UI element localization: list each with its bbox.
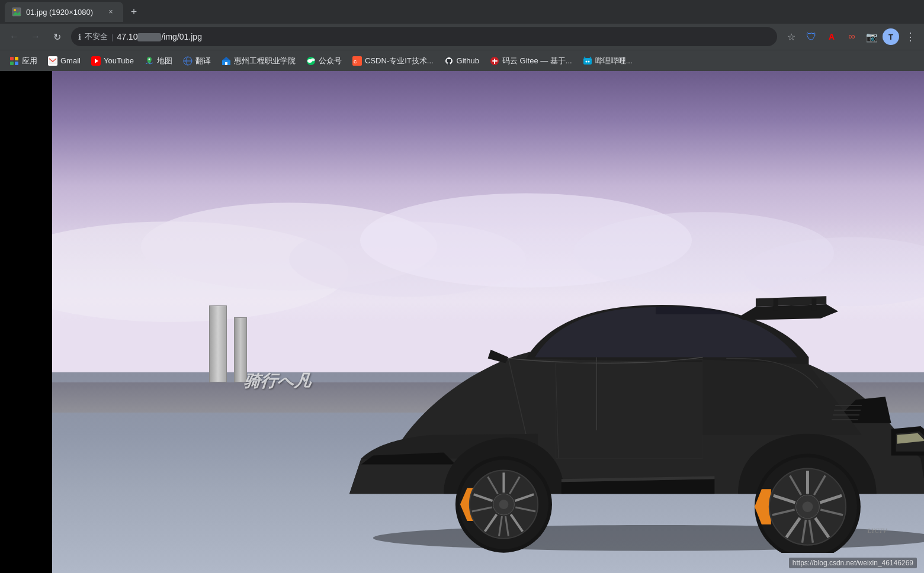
car-scene: 骑行へ凡: [52, 71, 924, 573]
menu-button[interactable]: ⋮: [900, 27, 919, 46]
bookmark-hzgc-label: 惠州工程职业学院: [234, 56, 296, 66]
svg-line-25: [584, 57, 585, 58]
svg-rect-4: [15, 57, 18, 60]
bookmark-wechat-label: 公众号: [319, 56, 342, 66]
extension-1-button[interactable]: ∞: [842, 27, 861, 46]
youtube-icon: [91, 56, 101, 66]
adobe-icon: A: [829, 32, 835, 41]
tab-favicon: [12, 7, 21, 17]
bilibili-icon: [583, 56, 592, 66]
security-info-icon: ℹ: [78, 33, 81, 41]
back-button[interactable]: ←: [5, 27, 24, 46]
svg-rect-6: [15, 62, 18, 65]
tab-bar: 01.jpg (1920×1080) × +: [0, 0, 924, 24]
status-hint: https://blog.csdn.net/weixin_46146269: [789, 558, 917, 568]
bookmark-apps-label: 应用: [22, 56, 37, 66]
bookmark-gmail-label: Gmail: [60, 56, 81, 65]
gitee-icon: [490, 56, 499, 66]
toolbar-actions: ☆ 🛡 A ∞ 📷 T ⋮: [782, 27, 919, 46]
bookmark-youtube-label: YouTube: [104, 56, 134, 65]
bookmark-gitee[interactable]: 码云 Gitee — 基于...: [485, 53, 577, 69]
svg-point-24: [588, 60, 589, 62]
school-icon: [222, 56, 231, 66]
svg-point-10: [149, 58, 150, 60]
bookmark-bilibili-label: 哔哩哔哩...: [595, 56, 633, 66]
browser-toolbar: ← → ↻ ℹ 不安全 | 47.10/img/01.jpg ☆ 🛡 A ∞ 📷: [0, 24, 924, 50]
svg-point-23: [585, 60, 587, 62]
bookmark-apps[interactable]: 应用: [5, 53, 42, 69]
bookmark-csdn-label: CSDN-专业IT技术...: [365, 56, 434, 66]
left-sidebar: [0, 71, 52, 573]
bookmark-translate-label: 翻译: [195, 56, 211, 66]
svg-point-51: [499, 500, 509, 510]
bookmark-csdn[interactable]: C CSDN-专业IT技术...: [348, 53, 438, 69]
menu-dots-icon: ⋮: [905, 30, 915, 43]
back-icon: ←: [9, 31, 19, 42]
tab-close-button[interactable]: ×: [105, 7, 116, 17]
infinity-icon: ∞: [848, 31, 855, 42]
svg-rect-35: [812, 299, 817, 311]
adobe-extension-button[interactable]: A: [822, 27, 841, 46]
csdn-icon: C: [352, 56, 362, 66]
forward-icon: →: [31, 31, 40, 42]
bookmark-translate[interactable]: 翻译: [178, 53, 216, 69]
insecure-label: 不安全: [85, 31, 108, 42]
translate-icon: [183, 56, 192, 66]
content-area: 骑行へ凡: [0, 71, 924, 573]
bookmark-gitee-label: 码云 Gitee — 基于...: [502, 56, 572, 66]
bookmark-github-label: Github: [457, 56, 479, 65]
bookmark-star-button[interactable]: ☆: [782, 27, 801, 46]
svg-rect-22: [583, 58, 592, 65]
bookmark-maps[interactable]: 地图: [140, 53, 177, 69]
bookmark-gmail[interactable]: Gmail: [43, 54, 85, 68]
camera-icon: 📷: [866, 31, 878, 43]
svg-rect-34: [774, 299, 778, 311]
shield-icon: 🛡: [806, 31, 817, 43]
bookmark-bilibili[interactable]: 哔哩哔哩...: [578, 53, 637, 69]
svg-text:C: C: [354, 60, 357, 64]
bookmarks-bar: 应用 Gmail YouTube: [0, 50, 924, 71]
image-display: 骑行へ凡: [52, 71, 924, 573]
refresh-button[interactable]: ↻: [47, 27, 66, 46]
bookmark-youtube[interactable]: YouTube: [86, 54, 139, 68]
bookmark-wechat[interactable]: 公众号: [301, 53, 346, 69]
refresh-icon: ↻: [53, 31, 61, 43]
new-tab-button[interactable]: +: [126, 4, 142, 20]
pillar-left: [209, 305, 227, 382]
url-blurred-part: [137, 33, 161, 41]
url-text: 47.10/img/01.jpg: [117, 32, 770, 41]
svg-point-67: [803, 502, 813, 513]
car-svg: LYCTV: [235, 211, 924, 553]
svg-rect-3: [10, 57, 14, 60]
active-tab[interactable]: 01.jpg (1920×1080) ×: [5, 2, 123, 22]
star-icon: ☆: [787, 31, 795, 43]
bookmark-github[interactable]: Github: [439, 54, 484, 68]
svg-marker-13: [222, 57, 230, 60]
wechat-icon: [306, 56, 316, 66]
svg-text:LYCTV: LYCTV: [867, 527, 887, 534]
profile-avatar[interactable]: T: [883, 28, 899, 45]
bookmark-maps-label: 地图: [157, 56, 172, 66]
maps-icon: [145, 56, 154, 66]
github-icon: [444, 56, 454, 66]
svg-line-26: [590, 57, 591, 58]
forward-button[interactable]: →: [26, 27, 45, 46]
svg-rect-5: [10, 62, 14, 65]
svg-rect-14: [225, 62, 227, 65]
address-separator: |: [111, 33, 113, 41]
tab-title: 01.jpg (1920×1080): [26, 8, 101, 17]
shields-button[interactable]: 🛡: [802, 27, 821, 46]
svg-point-1: [14, 9, 16, 11]
gmail-icon: [48, 56, 57, 66]
extension-2-button[interactable]: 📷: [862, 27, 881, 46]
address-bar[interactable]: ℹ 不安全 | 47.10/img/01.jpg: [71, 27, 777, 46]
bookmark-hzgc[interactable]: 惠州工程职业学院: [217, 53, 300, 69]
apps-icon: [9, 56, 19, 66]
svg-point-17: [311, 58, 315, 61]
